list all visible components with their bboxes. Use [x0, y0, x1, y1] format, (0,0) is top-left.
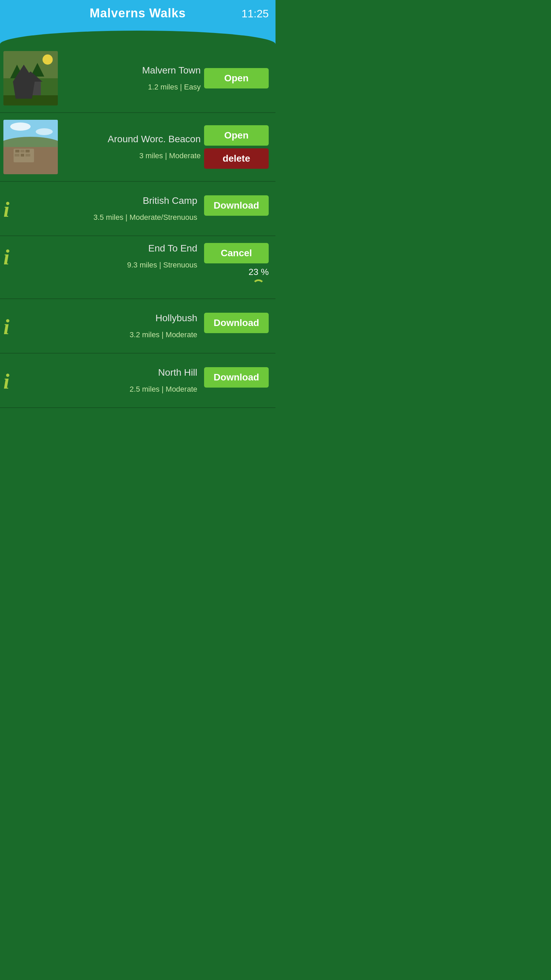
open-button-malvern-town[interactable]: Open: [204, 68, 269, 89]
svg-point-19: [10, 123, 30, 130]
walk-name-north-hill: North Hill: [34, 367, 197, 378]
svg-rect-16: [14, 154, 19, 156]
walk-row-end-to-end: i End To End 9.3 miles | Strenuous Cance…: [3, 243, 269, 292]
loading-spinner: [252, 279, 265, 292]
header-time: 11:25: [241, 8, 269, 20]
info-icon-north-hill: i: [3, 371, 10, 392]
svg-rect-15: [25, 150, 30, 153]
walk-image-beacon: [3, 120, 58, 174]
walk-center-british-camp: British Camp 3.5 miles | Moderate/Strenu…: [30, 195, 201, 222]
walk-details-beacon: 3 miles | Moderate: [65, 151, 201, 160]
walk-image-malvern-town: [3, 51, 58, 105]
svg-point-7: [43, 54, 53, 65]
info-icon-end-to-end: i: [3, 247, 10, 268]
svg-rect-17: [21, 154, 24, 156]
cancel-button-end-to-end[interactable]: Cancel: [204, 243, 269, 263]
walk-name-hollybush: Hollybush: [34, 313, 197, 324]
walk-item-british-camp: i British Camp 3.5 miles | Moderate/Stre…: [0, 182, 275, 236]
walk-actions-beacon: Open delete: [204, 125, 269, 169]
header-wave: [0, 30, 275, 44]
walk-item-beacon: Around Worc. Beacon 3 miles | Moderate O…: [0, 113, 275, 182]
walk-details-malvern-town: 1.2 miles | Easy: [65, 83, 201, 92]
walk-icon-area-hollybush: i: [3, 313, 30, 338]
walk-icon-area-british-camp: i: [3, 195, 30, 221]
download-button-british-camp[interactable]: Download: [204, 195, 269, 216]
svg-rect-18: [25, 154, 30, 156]
walk-center-north-hill: North Hill 2.5 miles | Moderate: [30, 367, 201, 394]
progress-text-end-to-end: 23 %: [249, 267, 269, 277]
walk-item-hollybush: i Hollybush 3.2 miles | Moderate Downloa…: [0, 299, 275, 353]
walk-row-british-camp: i British Camp 3.5 miles | Moderate/Stre…: [3, 195, 269, 222]
info-icon-british-camp: i: [3, 199, 10, 221]
walk-center-end-to-end: End To End 9.3 miles | Strenuous: [30, 243, 201, 269]
walk-actions-end-to-end: Cancel 23 %: [201, 243, 269, 292]
open-button-beacon[interactable]: Open: [204, 125, 269, 146]
walk-item-malvern-town: Malvern Town 1.2 miles | Easy Open: [0, 44, 275, 113]
walk-item-end-to-end: i End To End 9.3 miles | Strenuous Cance…: [0, 236, 275, 299]
download-button-north-hill[interactable]: Download: [204, 367, 269, 388]
walk-actions-british-camp: Download: [201, 195, 269, 216]
walk-name-beacon: Around Worc. Beacon: [65, 134, 201, 145]
svg-point-20: [36, 128, 53, 135]
walk-thumbnail: [3, 51, 58, 105]
walk-name-british-camp: British Camp: [34, 195, 197, 206]
app-header: Malverns Walks 11:25: [0, 0, 275, 30]
walk-info-beacon: Around Worc. Beacon 3 miles | Moderate: [65, 134, 201, 160]
walk-info-malvern-town: Malvern Town 1.2 miles | Easy: [65, 65, 201, 92]
walk-name-malvern-town: Malvern Town: [65, 65, 201, 76]
walk-row-hollybush: i Hollybush 3.2 miles | Moderate Downloa…: [3, 313, 269, 339]
svg-rect-14: [21, 150, 24, 153]
walk-list: Malvern Town 1.2 miles | Easy Open: [0, 44, 275, 408]
walk-details-north-hill: 2.5 miles | Moderate: [34, 385, 197, 394]
download-button-hollybush[interactable]: Download: [204, 313, 269, 333]
walk-details-hollybush: 3.2 miles | Moderate: [34, 331, 197, 339]
svg-rect-13: [15, 150, 19, 153]
walk-name-end-to-end: End To End: [34, 243, 197, 254]
progress-area-end-to-end: 23 %: [249, 267, 269, 292]
walk-icon-area-north-hill: i: [3, 367, 30, 392]
walk-actions-hollybush: Download: [201, 313, 269, 333]
app-title: Malverns Walks: [90, 6, 186, 21]
walk-icon-area-end-to-end: i: [3, 243, 30, 268]
walk-row-north-hill: i North Hill 2.5 miles | Moderate Downlo…: [3, 367, 269, 394]
walk-actions-malvern-town: Open: [204, 68, 269, 89]
walk-details-end-to-end: 9.3 miles | Strenuous: [34, 261, 197, 269]
walk-details-british-camp: 3.5 miles | Moderate/Strenuous: [34, 213, 197, 222]
svg-rect-8: [3, 95, 58, 105]
delete-button-beacon[interactable]: delete: [204, 148, 269, 169]
walk-thumbnail: [3, 120, 58, 174]
walk-actions-north-hill: Download: [201, 367, 269, 388]
walk-center-hollybush: Hollybush 3.2 miles | Moderate: [30, 313, 201, 339]
walk-item-north-hill: i North Hill 2.5 miles | Moderate Downlo…: [0, 353, 275, 408]
info-icon-hollybush: i: [3, 316, 10, 338]
